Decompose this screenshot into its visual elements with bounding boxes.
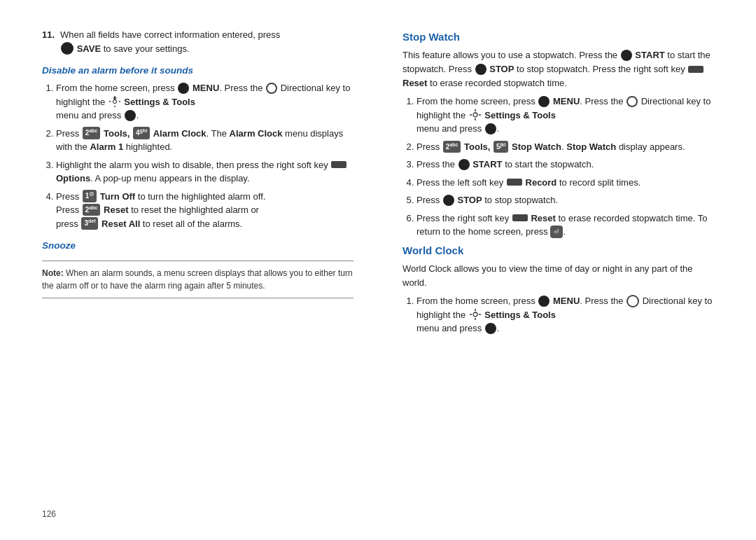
stop-button-icon2 bbox=[443, 195, 454, 206]
key-2abc-sw: 2abc bbox=[443, 141, 461, 153]
list-item: Press the right soft key Reset to erase … bbox=[416, 212, 714, 239]
key-1at: 1@ bbox=[83, 190, 97, 202]
right-column: Stop Watch This feature allows you to us… bbox=[396, 28, 714, 488]
save-button-icon bbox=[61, 42, 74, 55]
page-number: 126 bbox=[42, 509, 714, 519]
start-button-icon2 bbox=[458, 159, 470, 170]
soft-key-reset-icon bbox=[688, 66, 704, 73]
note-label: Note: bbox=[42, 268, 64, 278]
note-text: When an alarm sounds, a menu screen disp… bbox=[42, 268, 353, 291]
world-clock-heading: World Clock bbox=[402, 244, 714, 256]
confirm-button-icon3 bbox=[485, 323, 496, 334]
note-box: Note: When an alarm sounds, a menu scree… bbox=[42, 261, 354, 298]
stop-watch-list: From the home screen, press MENU. Press … bbox=[402, 95, 714, 239]
page: 11. When all fields have correct informa… bbox=[0, 0, 756, 540]
stop-button-icon bbox=[475, 64, 486, 75]
world-clock-list: From the home screen, press MENU. Press … bbox=[402, 294, 714, 335]
settings-tools-icon bbox=[109, 96, 120, 107]
key-3def: 3def bbox=[81, 217, 98, 229]
key-2abc: 2abc bbox=[83, 127, 101, 139]
soft-key-reset-icon2 bbox=[512, 214, 528, 221]
menu-button-icon bbox=[178, 83, 189, 94]
list-item: Press 1@ Turn Off to turn the highlighte… bbox=[56, 190, 354, 231]
list-item: Press the left soft key Record to record… bbox=[416, 176, 714, 190]
settings-tools-icon2 bbox=[470, 109, 481, 120]
list-item: From the home screen, press MENU. Press … bbox=[416, 294, 714, 335]
list-item: From the home screen, press MENU. Press … bbox=[56, 81, 354, 123]
confirm-button-icon2 bbox=[485, 123, 496, 134]
svg-point-9 bbox=[473, 312, 477, 317]
directional-key-icon bbox=[266, 83, 277, 94]
item-number: 11. bbox=[42, 28, 56, 55]
stop-watch-heading: Stop Watch bbox=[402, 31, 714, 43]
menu-button-icon2 bbox=[538, 96, 550, 107]
confirm-button-icon bbox=[125, 110, 136, 121]
key-4ghi: 4ghi bbox=[133, 127, 150, 139]
settings-tools-icon3 bbox=[470, 309, 481, 320]
list-item: Highlight the alarm you wish to disable,… bbox=[56, 158, 354, 186]
directional-key-icon3 bbox=[626, 295, 639, 307]
disable-alarm-list: From the home screen, press MENU. Press … bbox=[42, 81, 354, 230]
directional-key-icon2 bbox=[626, 96, 638, 107]
list-item: Press 2abc Tools, 4ghi Alarm Clock. The … bbox=[56, 127, 354, 154]
svg-point-4 bbox=[473, 113, 477, 117]
start-button-icon bbox=[621, 50, 632, 61]
menu-button-icon3 bbox=[538, 296, 550, 307]
snooze-heading: Snooze bbox=[42, 240, 354, 251]
disable-alarm-heading: Disable an alarm before it sounds bbox=[42, 65, 354, 76]
left-column: 11. When all fields have correct informa… bbox=[42, 28, 368, 488]
home-key-icon: ⏎ bbox=[550, 226, 563, 238]
list-item: From the home screen, press MENU. Press … bbox=[416, 95, 714, 136]
key-2abc-reset: 2abc bbox=[83, 204, 101, 216]
save-label: SAVE bbox=[77, 43, 101, 54]
intro-item-11: 11. When all fields have correct informa… bbox=[42, 28, 354, 55]
world-clock-intro: World Clock allows you to view the time … bbox=[402, 262, 714, 290]
stop-watch-intro: This feature allows you to use a stopwat… bbox=[402, 48, 714, 90]
item-text: When all fields have correct information… bbox=[60, 28, 280, 55]
two-column-layout: 11. When all fields have correct informa… bbox=[42, 28, 714, 488]
list-item: Press the START to start the stopwatch. bbox=[416, 158, 714, 172]
list-item: Press STOP to stop stopwatch. bbox=[416, 193, 714, 207]
soft-key-options-icon bbox=[331, 161, 346, 168]
key-5jkl: 5jkl bbox=[493, 141, 508, 153]
list-item: Press 2abc Tools, 5jkl Stop Watch. Stop … bbox=[416, 140, 714, 154]
soft-key-record-icon bbox=[507, 179, 522, 186]
